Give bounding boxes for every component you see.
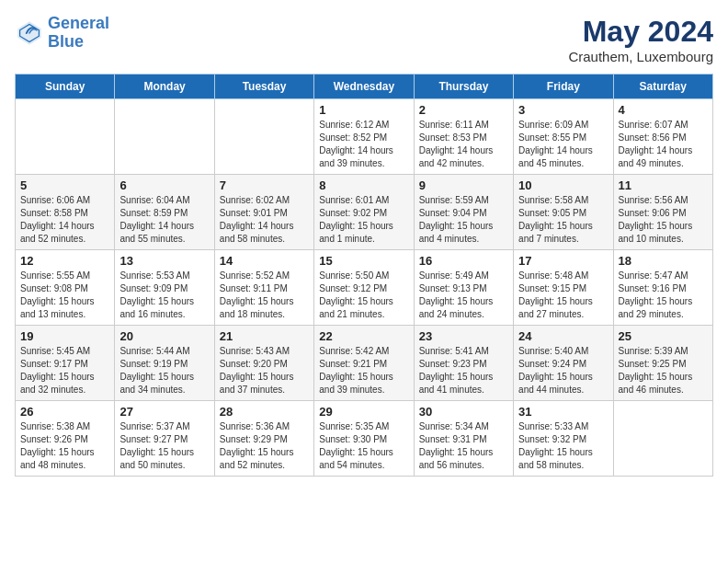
weekday-header: Sunday xyxy=(16,75,115,99)
day-info: Sunrise: 5:43 AMSunset: 9:20 PMDaylight:… xyxy=(220,345,309,396)
calendar-cell: 1Sunrise: 6:12 AMSunset: 8:52 PMDaylight… xyxy=(314,99,414,175)
calendar-cell: 12Sunrise: 5:55 AMSunset: 9:08 PMDayligh… xyxy=(16,250,115,326)
calendar-cell: 17Sunrise: 5:48 AMSunset: 9:15 PMDayligh… xyxy=(514,250,613,326)
calendar-week-row: 1Sunrise: 6:12 AMSunset: 8:52 PMDaylight… xyxy=(16,99,713,175)
day-number: 31 xyxy=(518,405,608,419)
day-number: 23 xyxy=(419,329,508,343)
day-number: 15 xyxy=(319,254,408,268)
day-info: Sunrise: 5:50 AMSunset: 9:12 PMDaylight:… xyxy=(319,270,408,321)
calendar-cell: 18Sunrise: 5:47 AMSunset: 9:16 PMDayligh… xyxy=(613,250,712,326)
day-info: Sunrise: 6:12 AMSunset: 8:52 PMDaylight:… xyxy=(319,119,408,170)
day-number: 26 xyxy=(20,405,109,419)
calendar-cell: 23Sunrise: 5:41 AMSunset: 9:23 PMDayligh… xyxy=(414,326,513,401)
day-number: 21 xyxy=(220,329,309,343)
day-number: 11 xyxy=(619,178,708,192)
day-number: 19 xyxy=(20,329,109,343)
calendar-cell: 10Sunrise: 5:58 AMSunset: 9:05 PMDayligh… xyxy=(514,175,613,250)
day-info: Sunrise: 5:55 AMSunset: 9:08 PMDaylight:… xyxy=(20,270,109,321)
day-number: 28 xyxy=(220,405,309,419)
day-info: Sunrise: 5:40 AMSunset: 9:24 PMDaylight:… xyxy=(518,345,608,396)
day-number: 1 xyxy=(319,103,408,117)
day-number: 16 xyxy=(419,254,508,268)
day-number: 24 xyxy=(518,329,608,343)
day-info: Sunrise: 5:58 AMSunset: 9:05 PMDaylight:… xyxy=(518,194,608,246)
calendar-cell: 15Sunrise: 5:50 AMSunset: 9:12 PMDayligh… xyxy=(314,250,414,326)
location-subtitle: Crauthem, Luxembourg xyxy=(568,49,713,64)
calendar-table: SundayMondayTuesdayWednesdayThursdayFrid… xyxy=(15,74,713,477)
calendar-cell: 6Sunrise: 6:04 AMSunset: 8:59 PMDaylight… xyxy=(115,175,214,250)
day-number: 29 xyxy=(319,405,408,419)
calendar-cell: 25Sunrise: 5:39 AMSunset: 9:25 PMDayligh… xyxy=(613,326,712,401)
logo-line2: Blue xyxy=(48,32,84,51)
day-info: Sunrise: 6:04 AMSunset: 8:59 PMDaylight:… xyxy=(119,194,209,246)
calendar-cell: 3Sunrise: 6:09 AMSunset: 8:55 PMDaylight… xyxy=(514,99,613,175)
weekday-header: Monday xyxy=(115,75,214,99)
day-info: Sunrise: 6:07 AMSunset: 8:56 PMDaylight:… xyxy=(619,119,708,170)
weekday-header: Friday xyxy=(514,75,613,99)
calendar-cell: 20Sunrise: 5:44 AMSunset: 9:19 PMDayligh… xyxy=(115,326,214,401)
day-info: Sunrise: 6:02 AMSunset: 9:01 PMDaylight:… xyxy=(220,194,309,246)
day-info: Sunrise: 6:11 AMSunset: 8:53 PMDaylight:… xyxy=(419,119,508,170)
calendar-cell: 7Sunrise: 6:02 AMSunset: 9:01 PMDaylight… xyxy=(214,175,313,250)
calendar-cell: 19Sunrise: 5:45 AMSunset: 9:17 PMDayligh… xyxy=(16,326,115,401)
day-number: 5 xyxy=(20,178,109,192)
day-info: Sunrise: 5:49 AMSunset: 9:13 PMDaylight:… xyxy=(419,270,508,321)
calendar-cell: 21Sunrise: 5:43 AMSunset: 9:20 PMDayligh… xyxy=(214,326,313,401)
calendar-cell: 5Sunrise: 6:06 AMSunset: 8:58 PMDaylight… xyxy=(16,175,115,250)
calendar-cell: 4Sunrise: 6:07 AMSunset: 8:56 PMDaylight… xyxy=(613,99,712,175)
calendar-cell: 26Sunrise: 5:38 AMSunset: 9:26 PMDayligh… xyxy=(16,401,115,477)
day-info: Sunrise: 5:37 AMSunset: 9:27 PMDaylight:… xyxy=(119,420,209,472)
day-number: 4 xyxy=(619,103,708,117)
day-info: Sunrise: 5:56 AMSunset: 9:06 PMDaylight:… xyxy=(619,194,708,246)
day-info: Sunrise: 5:53 AMSunset: 9:09 PMDaylight:… xyxy=(119,270,209,321)
logo: General Blue xyxy=(15,15,109,52)
day-number: 3 xyxy=(518,103,608,117)
calendar-week-row: 26Sunrise: 5:38 AMSunset: 9:26 PMDayligh… xyxy=(16,401,713,477)
day-number: 30 xyxy=(419,405,508,419)
page-header: General Blue May 2024 Crauthem, Luxembou… xyxy=(15,15,713,64)
day-number: 25 xyxy=(619,329,708,343)
day-info: Sunrise: 5:38 AMSunset: 9:26 PMDaylight:… xyxy=(20,420,109,472)
weekday-header-row: SundayMondayTuesdayWednesdayThursdayFrid… xyxy=(16,75,713,99)
calendar-cell: 13Sunrise: 5:53 AMSunset: 9:09 PMDayligh… xyxy=(115,250,214,326)
day-info: Sunrise: 5:34 AMSunset: 9:31 PMDaylight:… xyxy=(419,420,508,472)
calendar-cell: 22Sunrise: 5:42 AMSunset: 9:21 PMDayligh… xyxy=(314,326,414,401)
weekday-header: Tuesday xyxy=(214,75,313,99)
calendar-cell: 9Sunrise: 5:59 AMSunset: 9:04 PMDaylight… xyxy=(414,175,513,250)
calendar-cell xyxy=(214,99,313,175)
title-block: May 2024 Crauthem, Luxembourg xyxy=(568,15,713,64)
logo-icon xyxy=(15,18,44,48)
calendar-cell xyxy=(613,401,712,477)
day-number: 14 xyxy=(220,254,309,268)
day-number: 9 xyxy=(419,178,508,192)
calendar-cell: 16Sunrise: 5:49 AMSunset: 9:13 PMDayligh… xyxy=(414,250,513,326)
calendar-cell: 24Sunrise: 5:40 AMSunset: 9:24 PMDayligh… xyxy=(514,326,613,401)
calendar-cell: 14Sunrise: 5:52 AMSunset: 9:11 PMDayligh… xyxy=(214,250,313,326)
calendar-cell: 29Sunrise: 5:35 AMSunset: 9:30 PMDayligh… xyxy=(314,401,414,477)
logo-text: General Blue xyxy=(48,15,109,52)
day-info: Sunrise: 5:41 AMSunset: 9:23 PMDaylight:… xyxy=(419,345,508,396)
day-number: 18 xyxy=(619,254,708,268)
calendar-week-row: 5Sunrise: 6:06 AMSunset: 8:58 PMDaylight… xyxy=(16,175,713,250)
calendar-cell: 28Sunrise: 5:36 AMSunset: 9:29 PMDayligh… xyxy=(214,401,313,477)
day-info: Sunrise: 5:48 AMSunset: 9:15 PMDaylight:… xyxy=(518,270,608,321)
day-info: Sunrise: 5:44 AMSunset: 9:19 PMDaylight:… xyxy=(119,345,209,396)
day-number: 13 xyxy=(119,254,209,268)
day-number: 7 xyxy=(220,178,309,192)
day-info: Sunrise: 5:52 AMSunset: 9:11 PMDaylight:… xyxy=(220,270,309,321)
day-info: Sunrise: 5:35 AMSunset: 9:30 PMDaylight:… xyxy=(319,420,408,472)
day-number: 6 xyxy=(119,178,209,192)
day-info: Sunrise: 5:36 AMSunset: 9:29 PMDaylight:… xyxy=(220,420,309,472)
day-number: 17 xyxy=(518,254,608,268)
weekday-header: Thursday xyxy=(414,75,513,99)
weekday-header: Wednesday xyxy=(314,75,414,99)
day-number: 2 xyxy=(419,103,508,117)
weekday-header: Saturday xyxy=(613,75,712,99)
day-number: 12 xyxy=(20,254,109,268)
calendar-cell: 8Sunrise: 6:01 AMSunset: 9:02 PMDaylight… xyxy=(314,175,414,250)
calendar-cell: 27Sunrise: 5:37 AMSunset: 9:27 PMDayligh… xyxy=(115,401,214,477)
day-info: Sunrise: 5:33 AMSunset: 9:32 PMDaylight:… xyxy=(518,420,608,472)
day-number: 27 xyxy=(119,405,209,419)
calendar-week-row: 12Sunrise: 5:55 AMSunset: 9:08 PMDayligh… xyxy=(16,250,713,326)
calendar-cell: 30Sunrise: 5:34 AMSunset: 9:31 PMDayligh… xyxy=(414,401,513,477)
